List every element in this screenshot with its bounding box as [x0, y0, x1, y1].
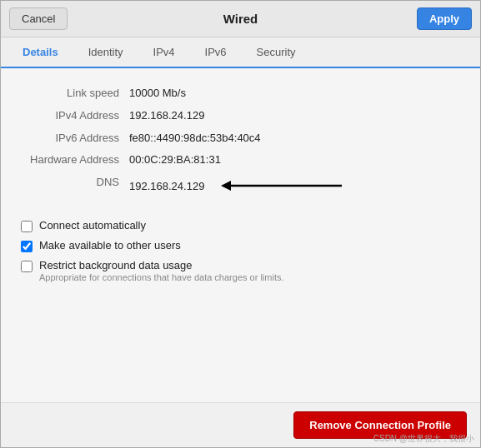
make-available-row[interactable]: Make available to other users	[21, 239, 460, 252]
dns-label: DNS	[21, 174, 129, 199]
details-table: Link speed 10000 Mb/s IPv4 Address 192.1…	[21, 85, 460, 199]
ipv6-address-label: IPv6 Address	[21, 130, 129, 147]
checkboxes-section: Connect automatically Make available to …	[21, 219, 460, 282]
tab-details[interactable]: Details	[8, 37, 73, 68]
make-available-checkbox[interactable]	[21, 241, 33, 252]
link-speed-value: 10000 Mb/s	[129, 85, 460, 102]
dns-value: 192.168.24.129	[129, 178, 204, 196]
wired-dialog: Cancel Wired Apply Details Identity IPv4…	[0, 0, 481, 448]
make-available-label: Make available to other users	[39, 239, 181, 251]
tab-bar: Details Identity IPv4 IPv6 Security	[1, 37, 480, 68]
hardware-address-label: Hardware Address	[21, 152, 129, 169]
ipv4-address-label: IPv4 Address	[21, 107, 129, 125]
restrict-bg-checkbox[interactable]	[21, 261, 33, 272]
dns-arrow-annotation	[213, 174, 346, 199]
ipv6-address-value: fe80::4490:98dc:53b4:40c4	[129, 130, 460, 147]
link-speed-label: Link speed	[21, 85, 129, 102]
restrict-bg-sublabel: Appropriate for connections that have da…	[39, 272, 284, 282]
dns-value-row: 192.168.24.129	[129, 174, 460, 199]
tab-ipv6[interactable]: IPv6	[190, 37, 242, 68]
apply-button[interactable]: Apply	[417, 7, 472, 30]
tab-security[interactable]: Security	[242, 37, 311, 68]
restrict-bg-label: Restrict background data usage	[39, 259, 284, 271]
content-area: Link speed 10000 Mb/s IPv4 Address 192.1…	[1, 68, 480, 402]
titlebar: Cancel Wired Apply	[1, 1, 480, 37]
tab-ipv4[interactable]: IPv4	[138, 37, 190, 68]
restrict-bg-row[interactable]: Restrict background data usage Appropria…	[21, 259, 460, 282]
svg-marker-1	[221, 181, 231, 191]
hardware-address-value: 00:0C:29:BA:81:31	[129, 152, 460, 169]
connect-auto-label: Connect automatically	[39, 219, 146, 231]
connect-auto-checkbox[interactable]	[21, 221, 33, 232]
tab-identity[interactable]: Identity	[73, 37, 138, 68]
watermark: CSDN @世界很大，我很小	[373, 433, 474, 445]
connect-auto-row[interactable]: Connect automatically	[21, 219, 460, 232]
window-title: Wired	[223, 12, 258, 26]
cancel-button[interactable]: Cancel	[9, 7, 68, 30]
ipv4-address-value: 192.168.24.129	[129, 107, 460, 125]
